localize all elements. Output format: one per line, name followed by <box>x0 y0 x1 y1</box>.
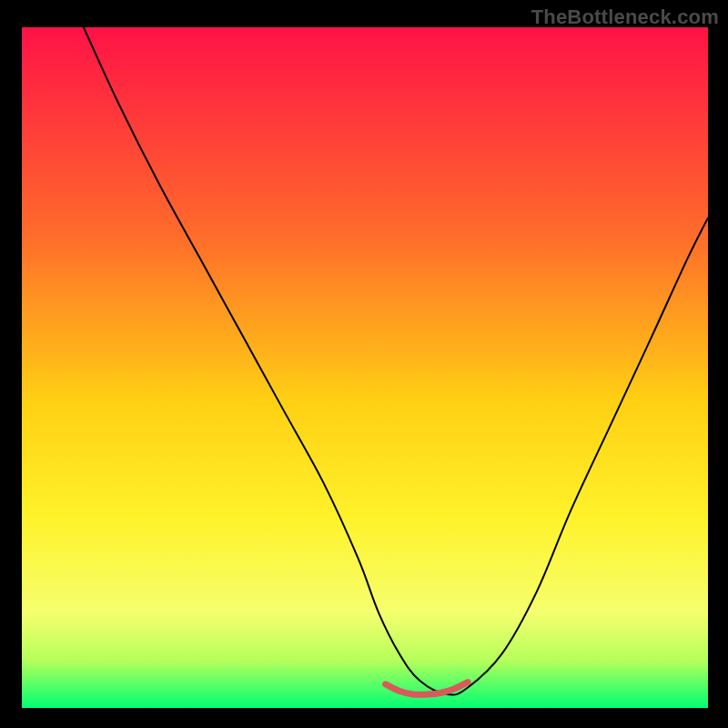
chart-frame: TheBottleneck.com <box>0 0 728 728</box>
watermark-label: TheBottleneck.com <box>531 5 719 29</box>
bottleneck-chart <box>22 27 708 708</box>
gradient-background <box>22 27 708 708</box>
plot-area <box>22 27 708 708</box>
